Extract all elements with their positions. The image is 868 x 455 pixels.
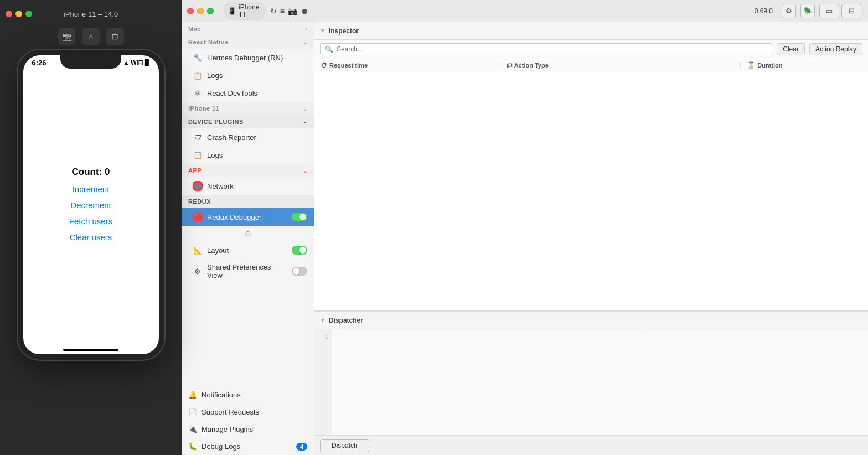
redux-debugger-label: Redux Debugger xyxy=(207,213,261,221)
debug-logs-label: Debug Logs xyxy=(202,442,240,451)
inspector-panel: ▼ Inspector 🔍 Clear Action Replay ⏱ Requ… xyxy=(314,22,868,311)
single-panel-btn[interactable]: ▭ xyxy=(819,4,839,18)
home-button[interactable]: ⌂ xyxy=(82,28,100,45)
clear-users-link[interactable]: Clear users xyxy=(70,232,112,242)
rotate-button[interactable]: ⊡ xyxy=(106,28,124,45)
dispatcher-title: Dispatcher xyxy=(329,317,363,324)
react-native-label: React Native xyxy=(188,39,228,45)
hermes-label: Hermes Debugger (RN) xyxy=(207,54,283,62)
sidebar-item-manage-plugins[interactable]: 🔌 Manage Plugins xyxy=(182,421,314,438)
shared-prefs-toggle-thumb xyxy=(293,268,299,275)
search-input[interactable] xyxy=(337,45,767,53)
sidebar-section-app[interactable]: APP ⌄ xyxy=(182,164,314,177)
sidebar-item-react-devtools[interactable]: ⚛ React DevTools xyxy=(182,84,314,102)
sidebar-item-redux-debugger[interactable]: 🔴 Redux Debugger xyxy=(182,208,314,226)
inspector-title: Inspector xyxy=(329,27,359,35)
increment-link[interactable]: Increment xyxy=(73,184,110,194)
simulator-titlebar: iPhone 11 – 14.0 xyxy=(0,0,182,28)
sidebar-item-logs-device[interactable]: 📋 Logs xyxy=(182,146,314,164)
crash-reporter-icon: 🛡 xyxy=(193,132,203,142)
sidebar-item-support-requests[interactable]: 📄 Support Requests xyxy=(182,404,314,421)
camera-icon[interactable]: 📷 xyxy=(288,7,297,15)
screenshot-button[interactable]: 📷 xyxy=(58,28,75,45)
inspector-toolbar: 🔍 Clear Action Replay xyxy=(314,40,868,59)
refresh-icon[interactable]: ↻ xyxy=(270,7,277,15)
status-icons: ▲ WiFi ▊ xyxy=(123,59,149,66)
redux-section: REDUX xyxy=(182,195,314,208)
layout-icon: 📐 xyxy=(193,245,203,255)
dispatch-button[interactable]: Dispatch xyxy=(320,439,369,452)
collapse-button[interactable]: ⊙ xyxy=(242,227,254,240)
action-type-icon: 🏷 xyxy=(506,62,512,69)
table-body xyxy=(314,71,868,310)
sidebar-item-logs-rn[interactable]: 📋 Logs xyxy=(182,66,314,84)
iphone-frame: 6:26 ▲ WiFi ▊ Count: 0 Increment Decreme… xyxy=(18,50,164,360)
inspector-topbar: 0.69.0 ⚙ 🪲 ▭ ⊟ xyxy=(314,0,868,22)
react-devtools-icon: ⚛ xyxy=(193,88,203,98)
network-label: Network xyxy=(207,182,234,190)
decrement-link[interactable]: Decrement xyxy=(70,200,111,210)
sidebar-section-iphone11[interactable]: IPhone 11 ⌄ xyxy=(182,102,314,115)
sidebar-bottom: 🔔 Notifications 📄 Support Requests 🔌 Man… xyxy=(182,386,314,455)
close-dot[interactable] xyxy=(6,11,12,17)
maximize-dot[interactable] xyxy=(25,11,32,17)
flipper-maximize-dot[interactable] xyxy=(207,8,214,14)
hermes-icon: 🔧 xyxy=(193,53,203,63)
manage-plugins-label: Manage Plugins xyxy=(202,425,253,433)
sidebar-item-notifications[interactable]: 🔔 Notifications xyxy=(182,386,314,404)
flipper-close-dot[interactable] xyxy=(187,8,194,14)
action-type-label: Action Type xyxy=(514,62,549,69)
flipper-window-controls xyxy=(187,8,214,14)
topbar-icons: ↻ ≡ 📷 ⏺ xyxy=(270,7,308,15)
clear-button[interactable]: Clear xyxy=(777,43,805,55)
sidebar-item-debug-logs[interactable]: 🐛 Debug Logs 4 xyxy=(182,438,314,455)
sidebar-item-network[interactable]: 🌐 Network xyxy=(182,177,314,195)
logs-device-label: Logs xyxy=(207,151,223,159)
split-panel-btn[interactable]: ⊟ xyxy=(841,4,861,18)
support-requests-label: Support Requests xyxy=(202,408,259,416)
dispatcher-editor[interactable] xyxy=(332,329,647,435)
sidebar-section-mac[interactable]: Mac › xyxy=(182,22,314,35)
window-controls xyxy=(6,11,32,17)
redux-debugger-toggle[interactable] xyxy=(292,213,307,221)
minimize-dot[interactable] xyxy=(16,11,22,17)
line-num-1: 1 xyxy=(314,332,332,342)
action-replay-button[interactable]: Action Replay xyxy=(809,43,862,55)
sidebar-item-crash-reporter[interactable]: 🛡 Crash Reporter xyxy=(182,128,314,146)
fetch-users-link[interactable]: Fetch users xyxy=(69,216,112,226)
flipper-minimize-dot[interactable] xyxy=(197,8,204,14)
device-chip-label: iPhone 11 xyxy=(239,3,261,19)
gear-icon-btn[interactable]: ⚙ xyxy=(782,4,796,18)
cursor-line xyxy=(337,332,642,342)
network-icon: 🌐 xyxy=(193,181,203,191)
iphone11-label: IPhone 11 xyxy=(188,105,219,112)
search-icon: 🔍 xyxy=(325,45,333,53)
record-icon[interactable]: ⏺ xyxy=(301,7,308,15)
line-numbers: 1 xyxy=(314,329,332,435)
shared-prefs-icon: ⚙ xyxy=(193,266,203,276)
sidebar-section-react-native[interactable]: React Native ⌄ xyxy=(182,35,314,49)
device-chip-icon: 📱 xyxy=(228,7,236,15)
bug-icon-btn[interactable]: 🪲 xyxy=(800,4,815,18)
version-text: 0.69.0 xyxy=(755,7,773,15)
text-cursor xyxy=(337,333,337,340)
sidebar-item-hermes[interactable]: 🔧 Hermes Debugger (RN) xyxy=(182,49,314,66)
request-time-label: Request time xyxy=(329,62,368,69)
mac-label: Mac xyxy=(188,25,201,32)
layout-toggle[interactable] xyxy=(292,246,307,255)
dispatcher-footer: Dispatch xyxy=(314,435,868,455)
debug-logs-badge: 4 xyxy=(296,443,307,451)
menu-icon[interactable]: ≡ xyxy=(280,7,285,15)
device-plugins-section[interactable]: DEVICE PLUGINS ⌄ xyxy=(182,115,314,128)
device-plugins-chevron: ⌄ xyxy=(303,119,308,125)
dispatcher-header: ▼ Dispatcher xyxy=(314,312,868,329)
table-header: ⏱ Request time 🏷 Action Type ⏳ Duration xyxy=(314,59,868,71)
sidebar-item-shared-prefs[interactable]: ⚙ Shared Preferences View xyxy=(182,259,314,283)
sidebar-item-layout[interactable]: 📐 Layout xyxy=(182,241,314,259)
shared-prefs-toggle[interactable] xyxy=(292,267,307,276)
inspector-area: 0.69.0 ⚙ 🪲 ▭ ⊟ ▼ Inspector 🔍 Clear Actio… xyxy=(314,0,868,455)
device-chip[interactable]: 📱 iPhone 11 xyxy=(224,2,266,20)
inspector-header: ▼ Inspector xyxy=(314,22,868,40)
home-bar xyxy=(63,349,118,351)
redux-label: REDUX xyxy=(188,198,211,205)
